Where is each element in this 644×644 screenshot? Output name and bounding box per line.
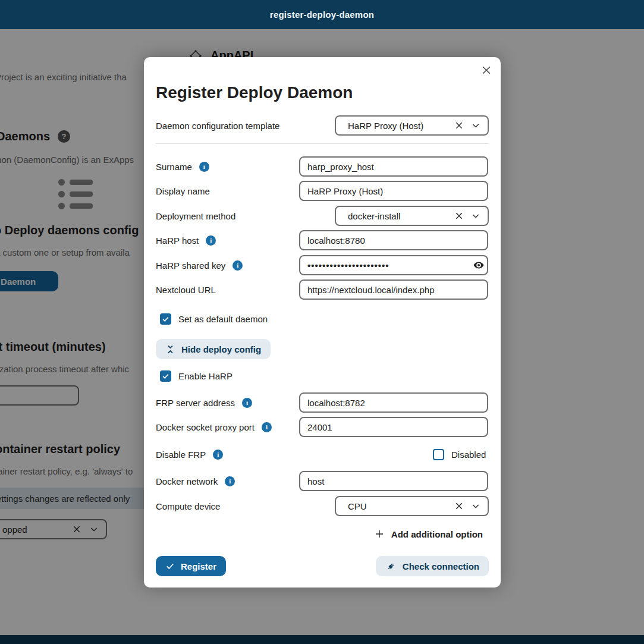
template-label: Daemon configuration template — [156, 121, 279, 131]
plug-icon — [385, 561, 397, 572]
screen: register-deploy-daemon AppAPI Project is… — [0, 0, 644, 644]
info-icon[interactable]: i — [199, 162, 209, 172]
display-name-label: Display name — [156, 186, 210, 196]
enable-harp-label: Enable HaRP — [178, 371, 233, 381]
close-icon — [480, 64, 492, 76]
add-additional-option-label: Add additional option — [391, 529, 483, 539]
check-connection-button[interactable]: Check connection — [376, 556, 489, 576]
surname-label-text: Surname — [156, 162, 192, 172]
docker-socket-port-row: Docker socket proxy port i — [156, 417, 489, 437]
disable-frp-label: Disable FRP i — [156, 450, 223, 460]
disable-frp-row: Disable FRP i Disabled — [156, 444, 489, 464]
harp-host-row: HaRP host i — [156, 230, 489, 250]
check-icon — [165, 561, 175, 571]
harp-shared-key-label-text: HaRP shared key — [156, 260, 225, 271]
checkbox-unchecked-icon[interactable] — [433, 449, 444, 460]
modal-actions: Register Check connection — [156, 556, 489, 576]
template-select-value: HaRP Proxy (Host) — [348, 121, 447, 131]
docker-socket-port-input[interactable] — [299, 417, 488, 437]
compute-device-row: Compute device CPU — [156, 496, 489, 516]
deployment-method-label: Deployment method — [156, 211, 235, 221]
register-button[interactable]: Register — [156, 556, 226, 576]
disable-frp-label-text: Disable FRP — [156, 450, 206, 460]
register-button-label: Register — [181, 561, 216, 571]
chevron-down-icon[interactable] — [471, 121, 480, 130]
compute-device-select[interactable]: CPU — [335, 496, 489, 516]
clear-icon[interactable] — [454, 121, 464, 130]
docker-socket-port-label-text: Docker socket proxy port — [156, 422, 255, 432]
nextcloud-url-label: Nextcloud URL — [156, 285, 216, 295]
checkbox-checked-icon[interactable] — [160, 313, 171, 325]
chevron-down-icon[interactable] — [471, 211, 480, 221]
harp-host-label: HaRP host i — [156, 235, 216, 246]
deployment-method-select[interactable]: docker-install — [335, 206, 489, 226]
template-select[interactable]: HaRP Proxy (Host) — [335, 115, 489, 136]
divider — [156, 143, 489, 144]
modal-title: Register Deploy Daemon — [156, 83, 353, 102]
surname-row: Surname i — [156, 156, 489, 177]
docker-network-row: Docker network i — [156, 471, 489, 491]
frp-server-row: FRP server address i — [156, 392, 489, 413]
check-connection-button-label: Check connection — [403, 561, 479, 571]
display-name-row: Display name — [156, 181, 489, 201]
info-icon[interactable]: i — [242, 398, 252, 408]
harp-host-label-text: HaRP host — [156, 235, 199, 246]
plus-icon — [374, 529, 385, 539]
chevron-down-icon[interactable] — [471, 501, 480, 511]
clear-icon[interactable] — [454, 501, 464, 511]
info-icon[interactable]: i — [262, 422, 272, 432]
docker-network-input[interactable] — [299, 471, 488, 491]
display-name-input[interactable] — [299, 181, 488, 201]
harp-shared-key-label: HaRP shared key i — [156, 260, 243, 271]
template-row: Daemon configuration template HaRP Proxy… — [156, 115, 489, 136]
add-additional-option-button[interactable]: Add additional option — [374, 524, 483, 544]
harp-shared-key-row: HaRP shared key i — [156, 255, 489, 275]
hide-deploy-config-label: Hide deploy config — [181, 344, 261, 354]
harp-host-input[interactable] — [299, 230, 488, 250]
nextcloud-url-row: Nextcloud URL — [156, 279, 489, 300]
disable-frp-checkbox-label: Disabled — [451, 450, 486, 460]
docker-network-label-text: Docker network — [156, 476, 218, 486]
eye-icon — [473, 259, 485, 271]
compute-device-label: Compute device — [156, 501, 220, 511]
docker-network-label: Docker network i — [156, 476, 235, 486]
frp-server-label-text: FRP server address — [156, 398, 235, 408]
disable-frp-checkbox-row[interactable]: Disabled — [433, 449, 486, 460]
clear-icon[interactable] — [454, 211, 464, 221]
info-icon[interactable]: i — [206, 235, 216, 246]
window-title: register-deploy-daemon — [270, 10, 374, 20]
surname-label: Surname i — [156, 162, 209, 172]
set-default-checkbox-row[interactable]: Set as default daemon — [160, 313, 268, 325]
compute-device-value: CPU — [348, 501, 447, 511]
collapse-icon — [165, 344, 175, 354]
set-default-label: Set as default daemon — [178, 314, 268, 324]
docker-socket-port-label: Docker socket proxy port i — [156, 422, 272, 432]
frp-server-input[interactable] — [299, 392, 488, 413]
info-icon[interactable]: i — [233, 260, 243, 271]
frp-server-label: FRP server address i — [156, 398, 252, 408]
harp-shared-key-input[interactable] — [299, 255, 488, 275]
enable-harp-checkbox-row[interactable]: Enable HaRP — [160, 370, 233, 382]
window-titlebar: register-deploy-daemon — [0, 0, 644, 29]
nextcloud-url-input[interactable] — [299, 279, 488, 300]
deployment-method-value: docker-install — [348, 211, 447, 221]
deployment-method-row: Deployment method docker-install — [156, 206, 489, 226]
info-icon[interactable]: i — [213, 450, 223, 460]
show-password-button[interactable] — [469, 255, 488, 275]
hide-deploy-config-button[interactable]: Hide deploy config — [156, 339, 271, 359]
info-icon[interactable]: i — [225, 476, 235, 486]
close-button[interactable] — [477, 61, 496, 80]
checkbox-checked-icon[interactable] — [160, 370, 171, 382]
surname-input[interactable] — [299, 156, 488, 177]
register-deploy-daemon-modal: Register Deploy Daemon Daemon configurat… — [144, 57, 501, 588]
